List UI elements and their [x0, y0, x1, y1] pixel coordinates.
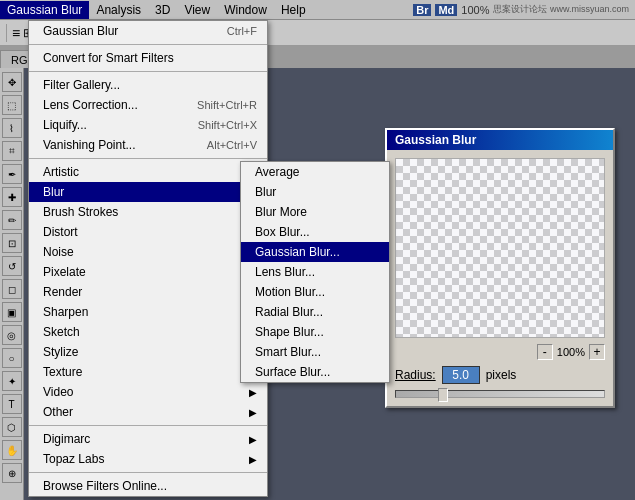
- filter-menu-render[interactable]: Render ▶: [29, 282, 267, 302]
- tool-gradient[interactable]: ▣: [2, 302, 22, 322]
- tool-dodge[interactable]: ○: [2, 348, 22, 368]
- filter-menu-artistic[interactable]: Artistic ▶: [29, 162, 267, 182]
- filter-menu-digimarc[interactable]: Digimarc ▶: [29, 429, 267, 449]
- blur-motion-label: Motion Blur...: [255, 285, 325, 299]
- blur-submenu: Average Blur Blur More Box Blur... Gauss…: [240, 161, 390, 383]
- filter-menu-liquify[interactable]: Liquify... Shift+Ctrl+X: [29, 115, 267, 135]
- filter-sep-1: [29, 44, 267, 45]
- blur-surface-label: Surface Blur...: [255, 365, 330, 379]
- filter-liquify-label: Liquify...: [43, 118, 87, 132]
- blur-gaussian[interactable]: Gaussian Blur...: [241, 242, 389, 262]
- preview-area[interactable]: [395, 158, 605, 338]
- filter-menu-topaz[interactable]: Topaz Labs ▶: [29, 449, 267, 469]
- tool-zoom[interactable]: ⊕: [2, 463, 22, 483]
- blur-shape-label: Shape Blur...: [255, 325, 324, 339]
- menubar-filter-label: Gaussian Blur: [7, 3, 82, 17]
- radius-slider-track[interactable]: [395, 390, 605, 398]
- filter-other-label: Other: [43, 405, 73, 419]
- zoom-plus-btn[interactable]: +: [589, 344, 605, 360]
- blur-box[interactable]: Box Blur...: [241, 222, 389, 242]
- filter-menu-convert[interactable]: Convert for Smart Filters: [29, 48, 267, 68]
- zoom-minus-btn[interactable]: -: [537, 344, 553, 360]
- tool-eyedropper[interactable]: ✒: [2, 164, 22, 184]
- tool-blur-t[interactable]: ◎: [2, 325, 22, 345]
- blur-smart[interactable]: Smart Blur...: [241, 342, 389, 362]
- tool-history[interactable]: ↺: [2, 256, 22, 276]
- filter-dropdown: Gaussian Blur Ctrl+F Convert for Smart F…: [28, 20, 268, 497]
- blur-average[interactable]: Average: [241, 162, 389, 182]
- blur-radial[interactable]: Radial Blur...: [241, 302, 389, 322]
- filter-artistic-label: Artistic: [43, 165, 79, 179]
- radius-label: Radius:: [395, 368, 436, 382]
- filter-liquify-shortcut: Shift+Ctrl+X: [198, 119, 257, 131]
- tool-hand[interactable]: ✋: [2, 440, 22, 460]
- tool-shape[interactable]: ⬡: [2, 417, 22, 437]
- toolbar-separator-1: [6, 24, 7, 42]
- filter-menu-texture[interactable]: Texture ▶: [29, 362, 267, 382]
- filter-menu-other[interactable]: Other ▶: [29, 402, 267, 422]
- filter-pixelate-label: Pixelate: [43, 265, 86, 279]
- tool-lasso[interactable]: ⌇: [2, 118, 22, 138]
- watermark-text: 思案设计论坛 www.missyuan.com: [493, 3, 629, 16]
- filter-video-label: Video: [43, 385, 73, 399]
- menubar-right: Br Md 100% 思案设计论坛 www.missyuan.com: [413, 3, 635, 16]
- blur-blur[interactable]: Blur: [241, 182, 389, 202]
- filter-menu-distort[interactable]: Distort ▶: [29, 222, 267, 242]
- filter-gaussian-top-label: Gaussian Blur: [43, 24, 118, 38]
- tool-select[interactable]: ⬚: [2, 95, 22, 115]
- tool-brush[interactable]: ✏: [2, 210, 22, 230]
- filter-menu-sketch[interactable]: Sketch ▶: [29, 322, 267, 342]
- blur-shape[interactable]: Shape Blur...: [241, 322, 389, 342]
- filter-menu-stylize[interactable]: Stylize ▶: [29, 342, 267, 362]
- tool-path[interactable]: ✦: [2, 371, 22, 391]
- filter-blur-label: Blur: [43, 185, 64, 199]
- filter-menu-pixelate[interactable]: Pixelate ▶: [29, 262, 267, 282]
- filter-gaussian-top-shortcut: Ctrl+F: [227, 25, 257, 37]
- filter-menu-noise[interactable]: Noise ▶: [29, 242, 267, 262]
- filter-menu-brush-strokes[interactable]: Brush Strokes ▶: [29, 202, 267, 222]
- menubar-item-analysis[interactable]: Analysis: [89, 1, 148, 19]
- dialog-radius-row: Radius: pixels: [395, 366, 605, 384]
- dialog-title-bar: Gaussian Blur: [387, 130, 613, 150]
- filter-menu-video[interactable]: Video ▶: [29, 382, 267, 402]
- blur-more[interactable]: Blur More: [241, 202, 389, 222]
- filter-vanishing-label: Vanishing Point...: [43, 138, 136, 152]
- filter-menu-blur[interactable]: Blur ▶: [29, 182, 267, 202]
- filter-menu-gaussian-top[interactable]: Gaussian Blur Ctrl+F: [29, 21, 267, 41]
- blur-gaussian-label: Gaussian Blur...: [255, 245, 340, 259]
- filter-menu-gallery[interactable]: Filter Gallery...: [29, 75, 267, 95]
- dialog-slider-row: [395, 390, 605, 398]
- filter-menu-vanishing[interactable]: Vanishing Point... Alt+Ctrl+V: [29, 135, 267, 155]
- filter-menu-sharpen[interactable]: Sharpen ▶: [29, 302, 267, 322]
- tool-heal[interactable]: ✚: [2, 187, 22, 207]
- dialog-title-text: Gaussian Blur: [395, 133, 476, 147]
- menubar-item-3d[interactable]: 3D: [148, 1, 177, 19]
- blur-more-label: Blur More: [255, 205, 307, 219]
- filter-noise-label: Noise: [43, 245, 74, 259]
- blur-surface[interactable]: Surface Blur...: [241, 362, 389, 382]
- filter-menu-lens[interactable]: Lens Correction... Shift+Ctrl+R: [29, 95, 267, 115]
- blur-average-label: Average: [255, 165, 299, 179]
- menubar-item-help[interactable]: Help: [274, 1, 313, 19]
- radius-slider-thumb[interactable]: [438, 388, 448, 402]
- filter-menu-browse[interactable]: Browse Filters Online...: [29, 476, 267, 496]
- menubar-item-view[interactable]: View: [177, 1, 217, 19]
- tool-move[interactable]: ✥: [2, 72, 22, 92]
- blur-motion[interactable]: Motion Blur...: [241, 282, 389, 302]
- toolbar-icon-1[interactable]: ≡: [12, 25, 20, 41]
- tool-crop[interactable]: ⌗: [2, 141, 22, 161]
- tool-text[interactable]: T: [2, 394, 22, 414]
- radius-unit: pixels: [486, 368, 517, 382]
- tool-eraser[interactable]: ◻: [2, 279, 22, 299]
- radius-input[interactable]: [442, 366, 480, 384]
- filter-convert-label: Convert for Smart Filters: [43, 51, 174, 65]
- tool-stamp[interactable]: ⊡: [2, 233, 22, 253]
- menubar-item-window[interactable]: Window: [217, 1, 274, 19]
- filter-topaz-arrow: ▶: [249, 454, 257, 465]
- blur-lens[interactable]: Lens Blur...: [241, 262, 389, 282]
- preview-overlay: [396, 159, 604, 337]
- filter-brush-label: Brush Strokes: [43, 205, 118, 219]
- menubar-item-filter[interactable]: Gaussian Blur: [0, 1, 89, 19]
- blur-box-label: Box Blur...: [255, 225, 310, 239]
- filter-distort-label: Distort: [43, 225, 78, 239]
